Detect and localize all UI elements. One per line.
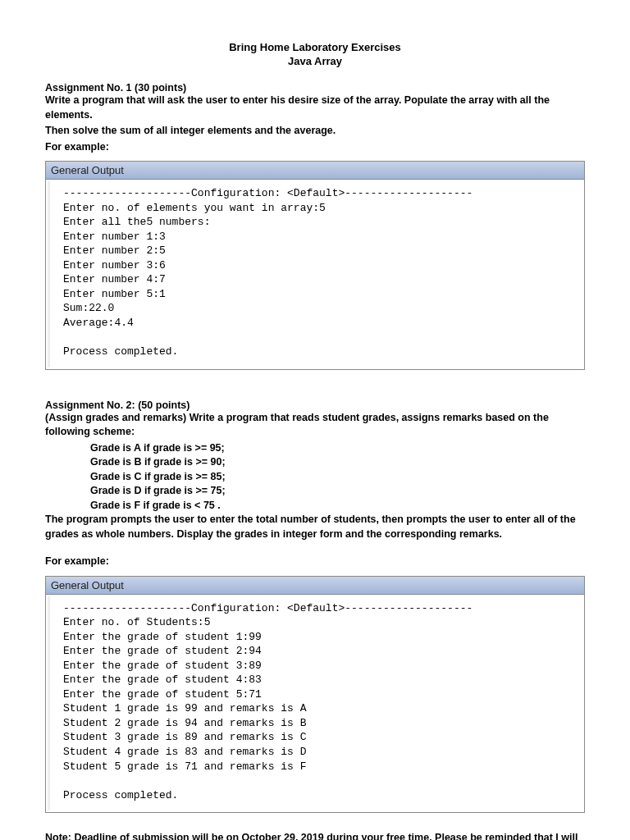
doc-title: Bring Home Laboratory Exercises [45, 41, 585, 53]
output-title-bar-2: General Output [46, 577, 584, 595]
scheme-line-d: Grade is D if grade is >= 75; [45, 484, 585, 499]
assignment2-heading: Assignment No. 2: (50 points) [45, 399, 585, 411]
assignment2-desc1: (Assign grades and remarks) Write a prog… [45, 411, 585, 440]
assignment2-example-label: For example: [45, 555, 585, 569]
assignment1-desc-line1: Write a program that will ask the user t… [45, 94, 585, 122]
doc-subtitle: Java Array [45, 55, 585, 67]
scheme-line-b: Grade is B if grade is >= 90; [45, 455, 585, 470]
assignment1-heading: Assignment No. 1 (30 points) [45, 82, 585, 94]
output-title-bar: General Output [46, 162, 584, 180]
assignment1-desc-line2: Then solve the sum of all integer elemen… [45, 124, 585, 139]
assignment2-output-body: --------------------Configuration: <Defa… [48, 596, 582, 811]
assignment1-example-label: For example: [45, 140, 585, 155]
assignment1-output: General Output --------------------Confi… [45, 161, 585, 370]
deadline-note: Note: Deadline of submission will be on … [45, 831, 585, 840]
scheme-line-c: Grade is C if grade is >= 85; [45, 470, 585, 485]
scheme-line-a: Grade is A if grade is >= 95; [45, 441, 585, 456]
assignment1-output-body: --------------------Configuration: <Defa… [48, 181, 582, 368]
assignment2-output: General Output --------------------Confi… [45, 576, 585, 814]
scheme-line-f: Grade is F if grade is < 75 . [45, 499, 585, 514]
assignment2-desc2: The program prompts the user to enter th… [45, 513, 585, 541]
